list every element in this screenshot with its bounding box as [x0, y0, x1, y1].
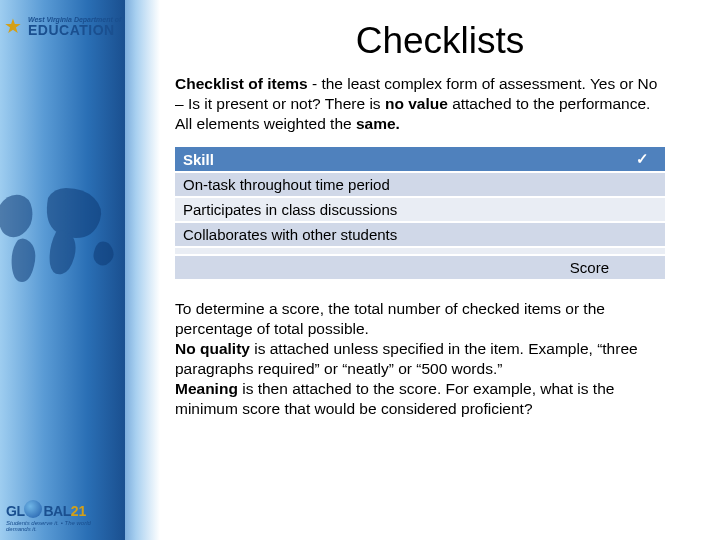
global21-tagline: Students deserve it. • The world demands… [6, 520, 116, 532]
global21-logo: GL BAL 21 Students deserve it. • The wor… [6, 498, 116, 532]
world-map-icon [0, 170, 130, 290]
skill-cell: On-task throughout time period [175, 172, 619, 197]
page-title: Checklists [210, 20, 670, 62]
outro-paragraph: To determine a score, the total number o… [175, 299, 665, 418]
col-header-skill: Skill [175, 147, 619, 172]
skill-cell: Collaborates with other students [175, 222, 619, 247]
skill-cell [175, 247, 619, 255]
global21-prefix: GL [6, 503, 24, 519]
score-label: Score [175, 255, 619, 280]
check-cell [619, 197, 665, 222]
global21-suffix: BAL [43, 503, 70, 519]
table-row: Collaborates with other students [175, 222, 665, 247]
table-row: On-task throughout time period [175, 172, 665, 197]
global21-number: 21 [71, 503, 87, 519]
col-header-check: ✓ [619, 147, 665, 172]
star-icon: ★ [4, 15, 26, 37]
check-cell [619, 222, 665, 247]
check-cell [619, 247, 665, 255]
slide-content: Checklists Checklist of items - the leas… [175, 0, 705, 540]
skill-cell: Participates in class discussions [175, 197, 619, 222]
wv-education-logo: ★ West Virginia Department of EDUCATION [4, 6, 134, 46]
sidebar-gradient: ★ West Virginia Department of EDUCATION … [0, 0, 160, 540]
table-row: Participates in class discussions [175, 197, 665, 222]
check-cell [619, 172, 665, 197]
skills-table: Skill ✓ On-task throughout time period P… [175, 147, 665, 281]
logo-main-word: EDUCATION [28, 23, 121, 37]
score-row: Score [175, 255, 665, 280]
table-row [175, 247, 665, 255]
globe-icon [24, 500, 42, 518]
intro-paragraph: Checklist of items - the least complex f… [175, 74, 665, 133]
score-cell [619, 255, 665, 280]
